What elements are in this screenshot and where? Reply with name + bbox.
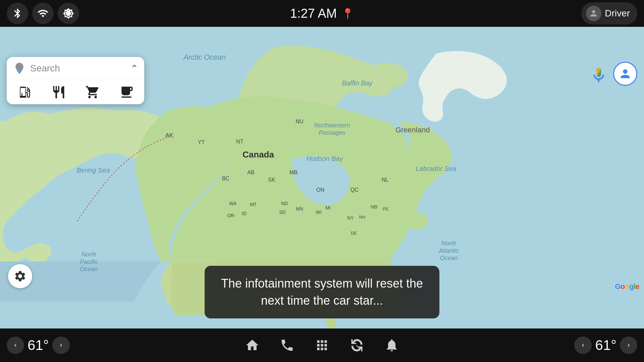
svg-text:NT: NT — [236, 139, 244, 144]
svg-text:NY: NY — [347, 215, 354, 221]
driver-label: Driver — [605, 8, 630, 19]
svg-text:MN: MN — [296, 206, 303, 212]
temp-right-increase-button[interactable] — [620, 337, 637, 354]
wifi-button[interactable] — [32, 3, 54, 24]
svg-text:QC: QC — [351, 187, 359, 193]
search-card: Search ⌃ — [7, 57, 144, 104]
svg-text:WA: WA — [229, 201, 237, 206]
brightness-button[interactable] — [58, 3, 79, 24]
phone-icon — [280, 338, 294, 353]
clock-display: 1:27 AM — [290, 6, 337, 21]
gas-icon — [17, 85, 32, 100]
svg-text:MI: MI — [325, 205, 331, 210]
svg-text:SK: SK — [268, 177, 275, 183]
bluetooth-icon — [12, 8, 23, 19]
svg-text:NU: NU — [296, 119, 303, 124]
user-profile-icon — [619, 67, 632, 80]
grocery-icon — [85, 85, 100, 100]
svg-text:MT: MT — [250, 202, 257, 207]
brightness-icon — [63, 8, 74, 19]
svg-text:ND: ND — [281, 201, 288, 206]
notifications-button[interactable] — [384, 338, 399, 353]
bell-icon — [384, 338, 399, 353]
location-pin-icon: 📍 — [341, 8, 354, 19]
svg-text:Passages: Passages — [319, 129, 345, 136]
svg-text:SD: SD — [279, 209, 285, 215]
fan-icon — [350, 338, 364, 353]
search-placeholder[interactable]: Search — [30, 63, 126, 74]
bottom-bar: 61° — [0, 328, 644, 362]
svg-text:Hudson Bay: Hudson Bay — [307, 155, 343, 162]
svg-text:NH: NH — [359, 215, 366, 220]
settings-button[interactable] — [8, 264, 32, 288]
google-logo: Google — [615, 282, 639, 291]
svg-text:North: North — [441, 240, 456, 247]
svg-text:Arctic Ocean: Arctic Ocean — [183, 53, 226, 61]
temp-left-decrease-button[interactable] — [7, 337, 24, 354]
settings-icon — [14, 270, 26, 283]
bottom-left-climate: 61° — [7, 337, 70, 354]
temp-right-display: 61° — [595, 337, 616, 353]
svg-text:YT: YT — [198, 139, 205, 145]
svg-text:Northwestern: Northwestern — [314, 122, 350, 129]
wifi-icon — [37, 8, 49, 19]
top-bar-controls — [7, 3, 79, 24]
svg-text:NB: NB — [371, 204, 377, 209]
svg-text:DE: DE — [351, 231, 357, 236]
maps-logo-icon — [13, 62, 26, 75]
top-bar: 1:27 AM 📍 Driver — [0, 0, 644, 27]
temp-left-increase-button[interactable] — [52, 337, 70, 354]
apps-button[interactable] — [315, 338, 329, 353]
svg-text:NL: NL — [382, 177, 389, 183]
mic-button[interactable] — [587, 64, 610, 87]
cafe-icon — [119, 85, 134, 100]
cafe-shortcut-button[interactable] — [119, 85, 134, 100]
driver-button[interactable]: Driver — [581, 2, 637, 24]
svg-text:Baffin Bay: Baffin Bay — [342, 79, 373, 87]
driver-avatar — [586, 6, 601, 21]
svg-text:Greenland: Greenland — [395, 126, 430, 134]
bottom-nav — [245, 338, 399, 353]
restaurant-shortcut-button[interactable] — [51, 85, 66, 100]
svg-text:ID: ID — [242, 211, 247, 216]
svg-text:BC: BC — [222, 176, 229, 181]
svg-text:ON: ON — [316, 187, 324, 193]
mic-icon — [590, 66, 608, 84]
svg-text:Ocean: Ocean — [440, 255, 458, 261]
svg-text:Atlantic: Atlantic — [438, 247, 459, 254]
svg-text:Labrador Sea: Labrador Sea — [416, 165, 456, 172]
temp-left-display: 61° — [28, 337, 49, 353]
home-icon — [245, 338, 260, 353]
phone-button[interactable] — [280, 338, 294, 353]
svg-text:PE: PE — [383, 206, 389, 212]
svg-text:Canada: Canada — [243, 149, 274, 160]
search-collapse-icon[interactable]: ⌃ — [130, 63, 138, 74]
search-shortcuts — [7, 80, 144, 104]
bottom-right-climate: 61° — [574, 337, 637, 354]
user-profile-button[interactable] — [613, 62, 637, 86]
svg-text:AB: AB — [247, 170, 254, 175]
svg-text:WI: WI — [316, 209, 321, 215]
home-button[interactable] — [245, 338, 260, 353]
svg-text:MB: MB — [289, 170, 298, 175]
top-bar-center: 1:27 AM 📍 — [290, 6, 354, 21]
restaurant-icon — [51, 85, 66, 100]
apps-icon — [315, 338, 329, 353]
svg-text:Pacific: Pacific — [80, 258, 98, 265]
temp-right-decrease-button[interactable] — [574, 337, 592, 354]
svg-text:North: North — [82, 251, 96, 258]
toast-notification: The infotainment system will reset the n… — [205, 266, 439, 318]
search-header[interactable]: Search ⌃ — [7, 57, 144, 80]
grocery-shortcut-button[interactable] — [85, 85, 100, 100]
svg-text:Bering Sea: Bering Sea — [77, 167, 110, 174]
svg-text:OR: OR — [227, 213, 234, 218]
bluetooth-button[interactable] — [7, 3, 28, 24]
gas-shortcut-button[interactable] — [17, 85, 32, 100]
fan-button[interactable] — [350, 338, 364, 353]
svg-text:Ocean: Ocean — [80, 266, 98, 273]
toast-message: The infotainment system will reset the n… — [221, 277, 423, 307]
